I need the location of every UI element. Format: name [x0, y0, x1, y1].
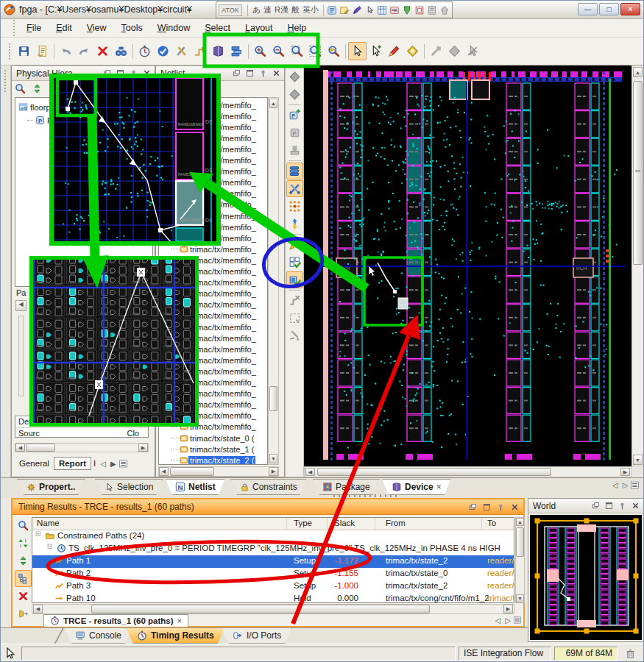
delete-result-icon[interactable] [15, 588, 32, 605]
netlist-panel-float-icon[interactable] [231, 68, 242, 79]
area-select-button[interactable] [367, 42, 385, 60]
netlist-item[interactable]: trimac/tx/state_0 ( [159, 433, 255, 444]
pane-scroll-left-button[interactable]: ◀ [15, 300, 26, 311]
atok-mode[interactable]: 般 [290, 5, 301, 14]
add-part-button[interactable]: P [286, 107, 303, 124]
drc-check-button[interactable] [154, 42, 172, 60]
timing-panel-maximize-icon[interactable] [481, 502, 492, 513]
atok-mode[interactable]: 英小 [301, 5, 320, 14]
ime-menu-icon[interactable] [427, 5, 437, 15]
report-script-button[interactable] [33, 42, 52, 60]
atok-mode[interactable]: 連 [262, 5, 273, 14]
tab-netlist[interactable]: NNetlist [166, 479, 225, 495]
tabs-next-icon[interactable]: ▷ [620, 481, 631, 489]
route-button[interactable] [191, 42, 209, 60]
search-icon[interactable] [15, 83, 26, 94]
trce-tab-close-icon[interactable]: × [177, 616, 183, 625]
ime-slider-icon[interactable] [389, 5, 400, 15]
zoom-previous-button[interactable] [325, 42, 343, 60]
timing-panel-titlebar[interactable]: Timing Results - TRCE - results_1 (60 pa… [13, 499, 523, 515]
draw-button[interactable] [385, 42, 403, 60]
ime-reg-icon[interactable] [414, 5, 425, 15]
column-header[interactable]: To [487, 519, 496, 527]
timing-path-row[interactable]: Path 10Hold0.000trimac/tx/cong/cnt/fifo/… [32, 593, 514, 603]
expand-all-icon[interactable] [15, 535, 32, 552]
probe-button[interactable] [464, 42, 482, 60]
property-hscrollbar[interactable]: ◀▶ [15, 443, 149, 452]
menu-view[interactable]: View [79, 21, 114, 35]
manual-route-button[interactable] [427, 42, 445, 60]
menu-edit[interactable]: Edit [49, 21, 79, 35]
undo-button[interactable] [57, 42, 75, 60]
tab-report[interactable]: Report [54, 457, 91, 470]
device-vscrollbar[interactable]: ▲ ▼ [631, 65, 644, 466]
layers-button[interactable] [227, 42, 246, 60]
stamp-button[interactable] [286, 142, 303, 159]
library-button[interactable] [209, 42, 227, 60]
netlist-vscrollbar[interactable]: ▲ ▼ [268, 97, 279, 465]
timing-path-row[interactable]: Path 2Setup-1.155trimac/tx/state_0reader… [32, 568, 514, 580]
zoom-fit-button[interactable] [306, 42, 325, 60]
atok-mode[interactable]: あ [251, 5, 262, 14]
search-icon[interactable] [15, 517, 32, 534]
netlist-panel-pin-icon[interactable] [258, 68, 269, 79]
tab-scroll-right-icon[interactable]: ▶ [108, 460, 118, 468]
ime-hand-icon[interactable] [439, 5, 450, 15]
timing-path-row[interactable]: Path 1Setup-1.172trimac/tx/state_2reader… [32, 555, 514, 568]
ime-list-icon[interactable] [327, 5, 337, 15]
timing-panel-pin-icon[interactable] [495, 502, 506, 513]
tab-device-close-icon[interactable]: × [436, 482, 442, 492]
tab-list-icon[interactable] [118, 459, 128, 469]
ime-pen-icon[interactable] [352, 5, 362, 15]
tab-device[interactable]: Device× [382, 479, 451, 495]
ime-note-icon[interactable] [339, 5, 350, 15]
timing-constraint-row[interactable]: TS_clk_125MHz_inv_pre_0 = PERIOD TIMEGRP… [32, 543, 514, 555]
tab-constraints[interactable]: Constraints [230, 479, 307, 495]
world-minimap[interactable] [530, 515, 642, 640]
collapse-all-icon[interactable] [15, 552, 32, 569]
tab-scroll-left-icon[interactable]: ◁ [98, 460, 108, 468]
zoom-in-button[interactable] [251, 42, 269, 60]
delete-probe-button[interactable] [286, 327, 303, 344]
timing-hscrollbar[interactable]: ◀ ▶ [32, 604, 514, 614]
unroute-button[interactable] [445, 42, 464, 60]
timing-path-row[interactable]: Path 3Setup-1.000trimac/tx/state_2reader… [32, 580, 514, 593]
forward-nav-button[interactable] [286, 86, 303, 103]
edit-macro-button[interactable] [286, 236, 303, 253]
trace-timing-button[interactable] [135, 42, 154, 60]
tree-root-label[interactable]: floorp [30, 103, 51, 112]
zoom-out-button[interactable] [269, 42, 288, 60]
tab-general[interactable]: General [15, 458, 54, 469]
tab-properties[interactable]: Propert.. [17, 479, 85, 495]
world-panel-pin-icon[interactable] [617, 500, 628, 511]
ime-pointer-icon[interactable] [364, 5, 375, 15]
part-button[interactable]: P [286, 124, 303, 141]
menu-tools[interactable]: Tools [114, 21, 150, 35]
tab-package[interactable]: Package [313, 479, 380, 495]
find-button[interactable] [112, 42, 130, 60]
back-nav-button[interactable] [286, 68, 303, 85]
constrained-paths-row[interactable]: Constrained Paths (24) [32, 530, 514, 543]
splitter-grip[interactable] [333, 494, 397, 497]
ime-ref-icon[interactable] [402, 5, 412, 15]
tab-console[interactable]: Console [64, 627, 132, 644]
close-button[interactable]: × [620, 3, 640, 15]
add-macro-button[interactable] [403, 42, 422, 60]
atok-brand[interactable]: ATOK [219, 4, 242, 16]
menu-select[interactable]: Select [197, 21, 238, 35]
timing-vscrollbar[interactable]: ▲ ▼ [515, 517, 525, 603]
world-panel-titlebar[interactable]: World [528, 499, 643, 513]
timing-panel-close-icon[interactable] [509, 502, 520, 513]
world-panel-float-icon[interactable] [590, 500, 601, 511]
world-panel-maximize-icon[interactable] [604, 500, 615, 511]
timing-table-header[interactable]: NameTypeSlackFromTo [32, 518, 514, 530]
tab-timing-results[interactable]: Timing Results [126, 627, 225, 644]
menu-layout[interactable]: Layout [238, 21, 280, 35]
autoroute-check-button[interactable] [286, 271, 303, 288]
netlist-panel-maximize-icon[interactable] [244, 68, 255, 79]
column-header[interactable]: Name [37, 519, 60, 527]
move-comp-button[interactable] [286, 216, 303, 232]
tab-extra[interactable]: I [91, 458, 98, 469]
minimize-button[interactable]: — [578, 3, 598, 15]
device-hscrollbar[interactable]: ◀ ▶ [304, 466, 631, 477]
